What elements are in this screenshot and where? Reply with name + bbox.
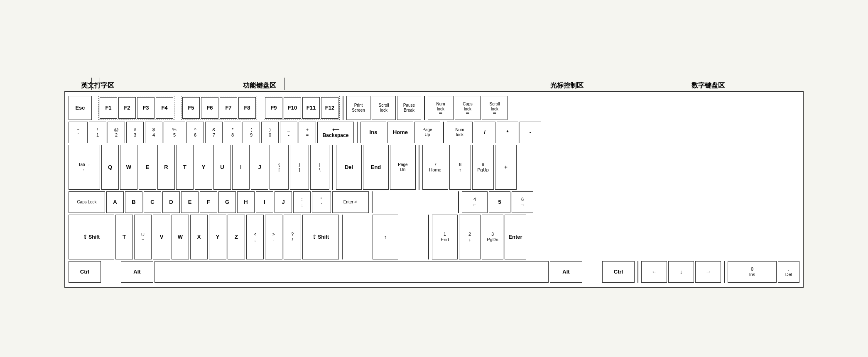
key-num-lock-fn[interactable]: Num lock	[428, 96, 454, 120]
key-right-alt[interactable]: Alt	[550, 261, 582, 283]
key-f11[interactable]: F11	[302, 97, 320, 119]
key-end[interactable]: End	[363, 145, 389, 190]
key-3[interactable]: # 3	[126, 122, 144, 143]
key-page-up[interactable]: Page Up	[414, 122, 440, 143]
key-2[interactable]: @ 2	[108, 122, 125, 143]
key-pause-break[interactable]: Pause Break	[397, 96, 421, 120]
key-caps-lock[interactable]: Caps Lock	[69, 191, 105, 213]
key-6-right[interactable]: 6 →	[512, 191, 533, 213]
key-e-caps[interactable]: E	[181, 191, 199, 213]
key-f2[interactable]: F2	[118, 97, 136, 119]
key-8-up[interactable]: 8 ↑	[449, 145, 471, 190]
key-question[interactable]: ? /	[284, 215, 301, 259]
key-left-alt[interactable]: Alt	[121, 261, 153, 283]
key-colon[interactable]: : ;	[293, 191, 311, 213]
key-8[interactable]: * 8	[224, 122, 241, 143]
key-cursor-left[interactable]: ←	[641, 261, 667, 283]
key-i[interactable]: I	[232, 145, 250, 190]
key-plus[interactable]: + =	[299, 122, 316, 143]
key-backspace[interactable]: ⟵ Backspace	[317, 122, 354, 143]
key-c[interactable]: C	[144, 191, 161, 213]
key-scroll-lock[interactable]: Scroll lock	[372, 96, 396, 120]
key-f5[interactable]: F5	[182, 97, 200, 119]
key-f10[interactable]: F10	[284, 97, 301, 119]
key-home[interactable]: Home	[387, 122, 413, 143]
key-u-tab[interactable]: U	[213, 145, 231, 190]
key-1-end[interactable]: 1 End	[432, 215, 458, 259]
key-enter[interactable]: Enter ↵	[332, 191, 369, 213]
key-v[interactable]: V	[153, 215, 170, 259]
key-9[interactable]: ( 9	[243, 122, 260, 143]
key-y-shift[interactable]: Y	[209, 215, 226, 259]
key-u-shift[interactable]: U ~	[134, 215, 152, 259]
key-quote[interactable]: " '	[312, 191, 331, 213]
key-d[interactable]: D	[162, 191, 180, 213]
key-6[interactable]: ^ 6	[186, 122, 204, 143]
key-j-tab[interactable]: J	[251, 145, 268, 190]
key-3-pgdn[interactable]: 3 PgDn	[482, 215, 503, 259]
key-num-slash[interactable]: /	[474, 122, 495, 143]
key-9-pgup[interactable]: 9 PgUp	[472, 145, 494, 190]
key-r[interactable]: R	[157, 145, 175, 190]
key-w[interactable]: W	[120, 145, 137, 190]
key-caps-lock-fn[interactable]: Caps lock	[455, 96, 481, 120]
key-0[interactable]: ) 0	[261, 122, 279, 143]
key-page-dn[interactable]: Page Dn	[390, 145, 416, 190]
key-insert[interactable]: Ins	[360, 122, 386, 143]
key-2-dn[interactable]: 2 ↓	[459, 215, 481, 259]
key-5[interactable]: % 5	[164, 122, 185, 143]
key-7-home[interactable]: 7 Home	[422, 145, 448, 190]
key-j-caps[interactable]: J	[275, 191, 292, 213]
key-space[interactable]	[154, 261, 549, 283]
key-z[interactable]: Z	[228, 215, 245, 259]
key-tab[interactable]: Tab → ←	[69, 145, 100, 190]
key-1[interactable]: ! 1	[89, 122, 106, 143]
key-cursor-right[interactable]: →	[695, 261, 721, 283]
key-f8[interactable]: F8	[238, 97, 256, 119]
key-f4[interactable]: F4	[156, 97, 173, 119]
key-left-brace[interactable]: { [	[270, 145, 289, 190]
key-x[interactable]: X	[190, 215, 208, 259]
key-f6[interactable]: F6	[201, 97, 218, 119]
key-4[interactable]: $ 4	[145, 122, 162, 143]
key-h[interactable]: H	[237, 191, 255, 213]
key-esc[interactable]: Esc	[69, 96, 92, 120]
key-e[interactable]: E	[139, 145, 156, 190]
key-left-ctrl[interactable]: Ctrl	[69, 261, 101, 283]
key-left-shift[interactable]: ⇧ Shift	[69, 215, 114, 259]
key-f[interactable]: F	[200, 191, 217, 213]
key-q[interactable]: Q	[101, 145, 119, 190]
key-scroll-lock-fn[interactable]: Scroll lock	[482, 96, 508, 120]
key-0-ins[interactable]: 0 Ins	[728, 261, 777, 283]
key-t[interactable]: T	[176, 145, 194, 190]
key-gt[interactable]: > .	[265, 215, 282, 259]
key-i-caps[interactable]: I	[256, 191, 273, 213]
key-num-lock2[interactable]: Num lock	[447, 122, 473, 143]
key-lt[interactable]: < ,	[246, 215, 264, 259]
key-t-shift[interactable]: T	[115, 215, 133, 259]
key-w-shift[interactable]: W	[172, 215, 189, 259]
key-cursor-up[interactable]: ↑	[373, 215, 398, 259]
key-cursor-down[interactable]: ↓	[668, 261, 694, 283]
key-print-screen[interactable]: Print Screen	[346, 96, 370, 120]
key-right-shift[interactable]: ⇧ Shift	[302, 215, 339, 259]
key-4-left[interactable]: 4 ←	[462, 191, 488, 213]
key-f1[interactable]: F1	[100, 97, 117, 119]
key-g[interactable]: G	[218, 191, 236, 213]
key-a[interactable]: A	[106, 191, 124, 213]
key-minus[interactable]: _ -	[280, 122, 297, 143]
key-num-star[interactable]: *	[497, 122, 518, 143]
key-right-brace[interactable]: } ]	[290, 145, 309, 190]
key-f12[interactable]: F12	[321, 97, 338, 119]
key-tilde[interactable]: ~ `	[69, 122, 88, 143]
key-f7[interactable]: F7	[220, 97, 237, 119]
key-delete[interactable]: Del	[336, 145, 362, 190]
key-7[interactable]: & 7	[205, 122, 223, 143]
key-backslash[interactable]: | \	[310, 145, 329, 190]
key-num-minus[interactable]: -	[520, 122, 541, 143]
key-f9[interactable]: F9	[265, 97, 282, 119]
key-f3[interactable]: F3	[137, 97, 154, 119]
key-b[interactable]: B	[125, 191, 142, 213]
key-num-enter[interactable]: Enter	[505, 215, 526, 259]
key-5-mid[interactable]: 5	[489, 191, 510, 213]
